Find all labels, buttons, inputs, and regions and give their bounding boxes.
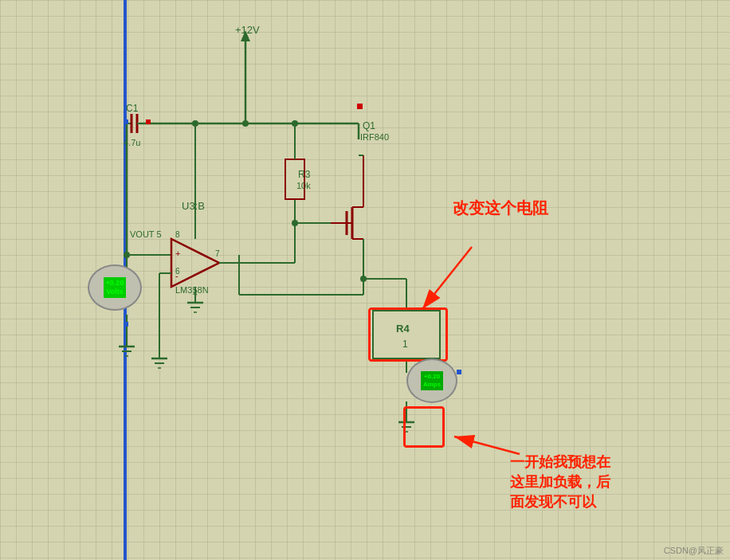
svg-text:U3:B: U3:B <box>182 200 205 212</box>
svg-rect-14 <box>124 119 128 124</box>
watermark: CSDN@风正豪 <box>664 545 724 557</box>
ammeter: +0.20 Amps <box>406 358 457 403</box>
svg-text:10k: 10k <box>296 181 311 190</box>
svg-text:Q1: Q1 <box>363 120 375 131</box>
svg-text:LM358N: LM358N <box>175 285 209 295</box>
volts-value: +0.20 <box>106 279 124 287</box>
bottom-note-line1: 一开始我预想在 <box>510 452 610 472</box>
svg-point-85 <box>360 276 367 282</box>
annotation-bottom-note: 一开始我预想在 这里加负载，后 面发现不可以 <box>510 452 610 513</box>
bottom-note-line3: 面发现不可以 <box>510 492 610 512</box>
volts-unit: Volts <box>106 288 123 296</box>
voltmeter: +0.20 Volts <box>88 264 142 311</box>
svg-text:IRF840: IRF840 <box>360 132 389 142</box>
bottom-component-highlight-box <box>403 406 445 448</box>
bottom-note-line2: 这里加负载，后 <box>510 472 610 492</box>
svg-text:6: 6 <box>175 267 180 276</box>
svg-text:R3: R3 <box>298 169 311 180</box>
svg-text:7: 7 <box>215 249 220 258</box>
voltmeter-display: +0.20 Volts <box>104 277 127 298</box>
svg-rect-71 <box>357 104 363 109</box>
r4-highlight-box <box>368 307 448 362</box>
ammeter-display: +0.20 Amps <box>421 371 443 390</box>
svg-point-44 <box>192 120 198 127</box>
svg-marker-28 <box>171 239 219 287</box>
svg-text:8: 8 <box>175 230 180 239</box>
svg-rect-79 <box>457 370 461 374</box>
amps-value: +0.20 <box>424 373 440 380</box>
svg-rect-27 <box>124 322 128 327</box>
svg-rect-15 <box>146 119 151 124</box>
annotation-change-resistor: 改变这个电阻 <box>453 198 548 219</box>
svg-text:VOUT 5: VOUT 5 <box>130 229 162 239</box>
change-resistor-text: 改变这个电阻 <box>453 199 548 217</box>
svg-point-59 <box>292 120 298 127</box>
svg-text:C1: C1 <box>126 103 139 114</box>
svg-text:+12V: +12V <box>235 24 260 36</box>
amps-unit: Amps <box>423 381 441 388</box>
svg-text:+: + <box>175 249 180 258</box>
